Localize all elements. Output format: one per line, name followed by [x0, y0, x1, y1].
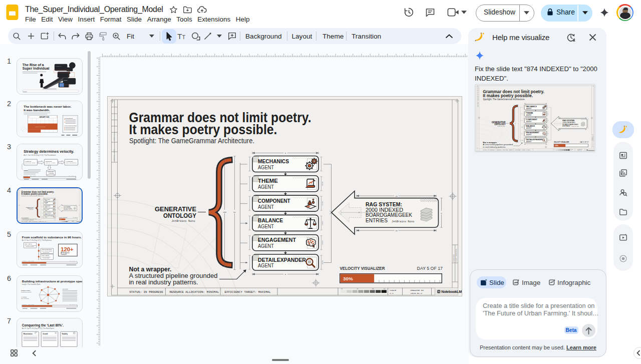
svg-text:JANUARY 2026: JANUARY 2026 [39, 116, 50, 118]
svg-text:120+: 120+ [61, 246, 74, 252]
svg-text:A PIPELINE: A PIPELINE [66, 161, 73, 162]
svg-text:THE CONSTRAINTS: THE CONSTRAINTS [65, 125, 77, 127]
svg-text:+ agent wiring: + agent wiring [42, 252, 50, 253]
svg-text:Monetization: Monetization [24, 333, 33, 335]
svg-text:Day 4 Jan 17: Day 4 Jan 17 [25, 243, 33, 244]
svg-text:VELOCITY VISUALIZER: VELOCITY VISUALIZER [24, 175, 36, 177]
svg-text:Insight:: Insight: [24, 170, 28, 171]
svg-text:DAY 7 OF 17: DAY 7 OF 17 [70, 260, 77, 262]
svg-text:THE MISSION: THE MISSION [65, 118, 73, 119]
svg-text:Multi-Agent System: Multi-Agent System [66, 162, 77, 164]
svg-text:Building infrastructure at pro: Building infrastructure at prototype spe… [22, 279, 82, 283]
svg-text:Super Individual: Super Individual [23, 67, 50, 71]
svg-text:The Rise of a: The Rise of a [23, 63, 44, 67]
svg-text:POSITION: POSITION [25, 161, 31, 162]
svg-text:ENGINE: ENGINE [64, 80, 68, 81]
svg-text:DAY 8 OF 17: DAY 8 OF 17 [70, 303, 77, 305]
svg-text:The Plumbing: The Plumbing [21, 297, 29, 299]
svg-text:DECISION: DECISION [46, 161, 52, 162]
svg-text:Growth: Growth [43, 333, 48, 335]
svg-text:Act I: Jan 14-16 (Day 1-3) | T: Act I: Jan 14-16 (Day 1-3) | The Foundat… [24, 154, 56, 156]
svg-text:The bottleneck was never labor: The bottleneck was never labor. [24, 105, 71, 108]
svg-text:Insight: The Invisible Work: Insight: The Invisible Work [22, 283, 41, 285]
svg-text:SYSTEM MAP: SYSTEM MAP [56, 66, 62, 67]
svg-text:VELOCITY VISUALIZER: VELOCITY VISUALIZER [22, 303, 35, 305]
svg-text:Stability: Stability [62, 333, 68, 335]
svg-text:Product Decisions: Product Decisions [21, 291, 32, 293]
svg-text:FastAPI + Python: FastAPI + Python [46, 162, 56, 164]
svg-text:Day 5-6 Jan 18-19: Day 5-6 Jan 18-19 [42, 249, 52, 250]
svg-text:DAY 3 OF 17: DAY 3 OF 17 [69, 175, 76, 177]
svg-text:Next.js 15 + React: Next.js 15 + React [25, 162, 35, 164]
svg-text:VELOCITY VISUALIZER: VELOCITY VISUALIZER [22, 260, 35, 262]
svg-text:+ Vector DB: + Vector DB [48, 173, 54, 174]
svg-text:The Shift:: The Shift: [63, 288, 69, 290]
svg-text:Strategy determines velocity.: Strategy determines velocity. [24, 149, 74, 154]
svg-text:+ Schema design: + Schema design [25, 246, 35, 247]
svg-text:Deployed: Deployed [61, 253, 67, 255]
svg-text:+ review pass: + review pass [42, 257, 50, 258]
svg-text:Act II: Jan 17-20 (Day 4-7) |: Act II: Jan 17-20 (Day 4-7) | The Explos… [22, 239, 52, 241]
svg-text:It was bandwidth.: It was bandwidth. [24, 108, 50, 112]
svg-text:SPECTATOR TIME: SPECTATOR TIME [35, 126, 46, 127]
svg-text:Day 7 Jan 20: Day 7 Jan 20 [42, 255, 50, 256]
svg-text:Act III: Jan 21-26 (Day 8-13): Act III: Jan 21-26 (Day 8-13) | The Buil… [22, 327, 55, 329]
svg-text:From scaffold to substance in: From scaffold to substance in 96 hours. [22, 235, 82, 239]
svg-text:Conquering the ‘Last 80%’.: Conquering the ‘Last 80%’. [22, 323, 64, 327]
